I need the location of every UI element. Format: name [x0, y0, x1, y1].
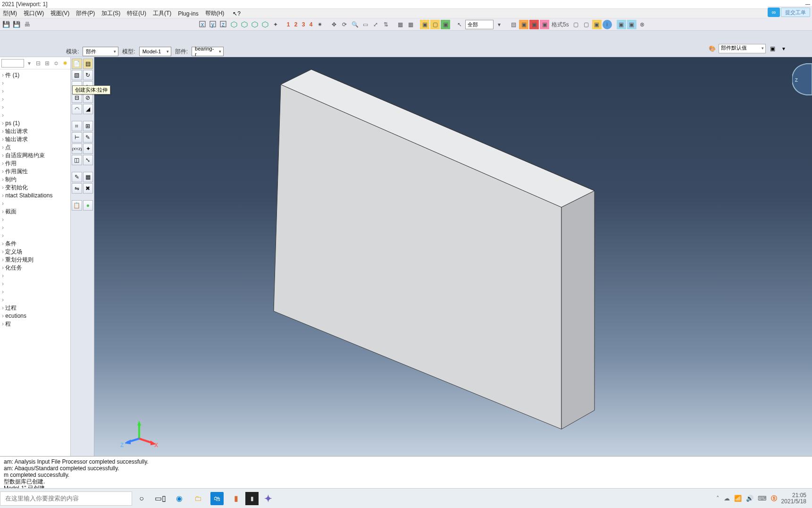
zoom-box-icon[interactable]: ▭	[360, 20, 370, 29]
geometry-repair-icon[interactable]: ▦	[83, 172, 93, 182]
tools-icon[interactable]: ✖	[83, 183, 93, 194]
tree-item[interactable]: ecutions	[0, 312, 70, 320]
info-icon[interactable]: i	[603, 20, 612, 29]
view-iso2-icon[interactable]	[240, 20, 249, 29]
saved-view-4[interactable]: 4	[308, 21, 314, 28]
taskbar-clock[interactable]: 21:05 2021/5/18	[781, 492, 806, 505]
tree-item[interactable]	[0, 224, 70, 232]
save-as-icon[interactable]: 💾	[12, 20, 21, 29]
regenerate-icon[interactable]: ●	[83, 200, 93, 211]
view-xy-icon[interactable]: x	[198, 20, 208, 29]
tree-item[interactable]	[0, 79, 70, 87]
color-apply-icon[interactable]: ▣	[768, 44, 777, 53]
tree-expand-icon[interactable]: ⊞	[43, 59, 51, 67]
tray-ime-icon[interactable]: ⌨	[758, 495, 767, 502]
shade-red-icon[interactable]: ▣	[529, 20, 539, 29]
zoom-icon[interactable]: 🔍	[350, 20, 360, 29]
tree-item[interactable]: 条件	[0, 240, 70, 248]
menu-view[interactable]: 视图(V)	[50, 9, 69, 17]
selection-filter-input[interactable]	[465, 20, 494, 29]
menu-viewport[interactable]: 视口(W)	[24, 9, 44, 17]
create-solid-extrude-icon[interactable]: ▧	[72, 70, 82, 80]
powerpoint-icon[interactable]: ▮	[226, 489, 245, 508]
view-iso3-icon[interactable]	[250, 20, 260, 29]
datum-axis-icon[interactable]: ⤡	[83, 155, 93, 165]
print-icon[interactable]: 🖶	[23, 20, 31, 29]
saved-view-1[interactable]: 1	[285, 21, 292, 28]
tree-item[interactable]	[0, 103, 70, 111]
fit-icon[interactable]: ⤢	[371, 20, 380, 29]
tray-volume-icon[interactable]: 🔊	[746, 495, 753, 502]
tree-item[interactable]	[0, 272, 70, 280]
partition-sketch-icon[interactable]: ✎	[83, 132, 93, 143]
tree-item[interactable]: 变初始化	[0, 184, 70, 192]
tree-item[interactable]: ntact Stabilizations	[0, 192, 70, 200]
shade-orange-icon[interactable]: ▣	[519, 20, 528, 29]
part-combo[interactable]: bearing-r	[192, 47, 224, 56]
tree-item[interactable]: 程	[0, 320, 70, 328]
render-hidden-icon[interactable]: ▣	[441, 20, 450, 29]
tree-item[interactable]: 过程	[0, 304, 70, 312]
rotate-icon[interactable]: ⟳	[340, 20, 349, 29]
menu-help[interactable]: 帮助(H)	[205, 9, 225, 17]
tray-app-icon[interactable]: ⓢ	[771, 494, 777, 503]
save-icon[interactable]: 💾	[2, 20, 10, 29]
create-part-icon[interactable]: 📄	[72, 59, 82, 69]
tree-item[interactable]	[0, 200, 70, 208]
create-round-icon[interactable]: ◠	[72, 104, 82, 114]
partition-edge-icon[interactable]: ⊢	[72, 132, 82, 143]
sim2-icon[interactable]: ▣	[627, 20, 636, 29]
view-cube-icon[interactable]: z	[792, 63, 812, 96]
menu-model[interactable]: 型(M)	[3, 9, 17, 17]
create-solid-revolve-icon[interactable]: ↻	[83, 70, 93, 80]
box-icon-2[interactable]: ▢	[582, 20, 591, 29]
tree-item[interactable]: 重划分规则	[0, 256, 70, 264]
tree-item[interactable]: 件 (1)	[0, 71, 70, 79]
tree-item[interactable]: 作用属性	[0, 168, 70, 176]
tree-item[interactable]	[0, 280, 70, 288]
render-shaded-icon[interactable]: ▣	[420, 20, 429, 29]
tree-item[interactable]: 制约	[0, 176, 70, 184]
cmd-icon[interactable]: ▮	[245, 492, 259, 505]
edge-icon[interactable]: ◉	[170, 489, 189, 508]
view-cycle-icon[interactable]: ✷	[315, 20, 325, 29]
tree-filter-input[interactable]	[1, 59, 24, 68]
color-option-combo[interactable]: 部件默认值	[719, 44, 766, 53]
tree-filter-dropdown-icon[interactable]: ▾	[25, 59, 33, 67]
view-iso1-icon[interactable]	[229, 20, 239, 29]
context-help-icon[interactable]: ↖?	[233, 10, 241, 17]
menu-feature[interactable]: 特征(U)	[127, 9, 146, 17]
tree-item[interactable]	[0, 87, 70, 95]
view-xz-icon[interactable]: z	[219, 20, 228, 29]
datum-plane-icon[interactable]: ◫	[72, 155, 82, 165]
tree-item[interactable]	[0, 111, 70, 119]
menu-part[interactable]: 部件(P)	[76, 9, 95, 17]
shade-pink-icon[interactable]: ▣	[540, 20, 549, 29]
tree-item[interactable]	[0, 296, 70, 304]
partition-cell-icon[interactable]: ⊞	[83, 121, 93, 131]
datum-csys-icon[interactable]: ✦	[83, 144, 93, 154]
tray-onedrive-icon[interactable]: ☁	[724, 495, 730, 502]
grid2-icon[interactable]: ▦	[406, 20, 415, 29]
tree-item[interactable]	[0, 216, 70, 224]
tray-wifi-icon[interactable]: 📶	[734, 495, 742, 502]
color-dropdown-icon[interactable]: ▾	[779, 44, 788, 53]
view-csys-icon[interactable]: ✦	[271, 20, 280, 29]
partition-face-icon[interactable]: ⌗	[72, 121, 82, 131]
tree-item[interactable]: ps (1)	[0, 119, 70, 127]
tree-item[interactable]: 输出请求	[0, 127, 70, 135]
datum-xyz-icon[interactable]: (XYZ)	[72, 144, 82, 154]
cycle-icon[interactable]: ⇅	[381, 20, 391, 29]
create-chamfer-icon[interactable]: ◢	[83, 104, 93, 114]
grid1-icon[interactable]: ▦	[395, 20, 405, 29]
menu-plugins[interactable]: Plug-ins	[178, 10, 198, 17]
sim1-icon[interactable]: ▣	[617, 20, 626, 29]
tree-highlight-icon[interactable]: ✸	[61, 59, 69, 67]
file-explorer-icon[interactable]: 🗀	[189, 489, 208, 508]
tree-item[interactable]	[0, 288, 70, 296]
tree-item[interactable]: 截面	[0, 208, 70, 216]
saved-view-3[interactable]: 3	[300, 21, 307, 28]
tree-option-icon[interactable]: ≎	[52, 59, 60, 67]
pan-icon[interactable]: ✥	[329, 20, 339, 29]
render-wire-icon[interactable]: ▢	[430, 20, 440, 29]
